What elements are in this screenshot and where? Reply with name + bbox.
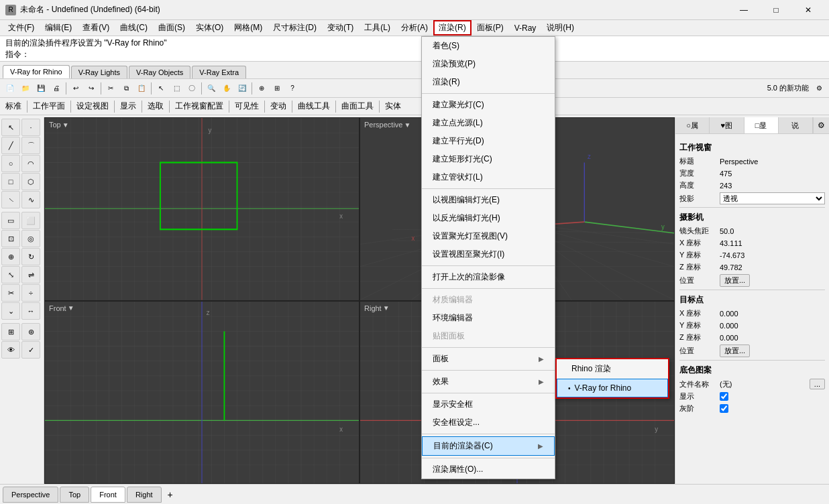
lt-split[interactable]: ÷: [21, 284, 40, 302]
dropdown-item-------D-[interactable]: 建立平行光(D): [422, 132, 555, 150]
viewport-right-dropdown[interactable]: ▼: [383, 304, 390, 312]
dropdown-item------P-[interactable]: 渲染预览(P): [422, 55, 555, 73]
submenu-renderer-item-v-ray-for-rhino[interactable]: •V-Ray for Rhino: [557, 379, 668, 397]
rotate-btn[interactable]: 🔄: [235, 82, 250, 95]
menu-item-curve[interactable]: 曲线(C): [115, 20, 153, 36]
dropdown-item------O----[interactable]: 渲染属性(O)...: [422, 460, 555, 479]
bottom-tab-right[interactable]: Right: [127, 487, 162, 503]
plugin-tab-v-ray-for-rhino[interactable]: V-Ray for Rhino: [3, 65, 70, 78]
minimize-button[interactable]: —: [728, 0, 759, 20]
plugin-tab-v-ray-objects[interactable]: V-Ray Objects: [129, 66, 190, 78]
close-button[interactable]: ✕: [793, 0, 824, 20]
cut-btn[interactable]: ✂: [103, 82, 118, 95]
maximize-button[interactable]: □: [761, 0, 791, 20]
dropdown-item------[interactable]: 显示安全框: [422, 395, 555, 414]
menu-item-mesh[interactable]: 网格(M): [229, 20, 268, 36]
save-btn[interactable]: 💾: [34, 82, 48, 95]
dropdown-item---------H-[interactable]: 以反光编辑灯光(H): [422, 209, 555, 227]
rp-tab-display[interactable]: □显: [744, 117, 779, 133]
viewport-perspective-dropdown[interactable]: ▼: [404, 121, 410, 129]
dropdown-item-------L-[interactable]: 建立点光源(L): [422, 114, 555, 132]
rp-tab-properties[interactable]: ○属: [675, 117, 710, 133]
rp-settings-icon[interactable]: ⚙: [813, 117, 829, 133]
rp-tab-help[interactable]: 说: [779, 117, 813, 133]
menu-item-surface[interactable]: 曲面(S): [153, 20, 190, 36]
dropdown-item-------C-[interactable]: 建立聚光灯(C): [422, 96, 555, 114]
lt-scale[interactable]: ⤡: [1, 266, 20, 284]
lt-polygon[interactable]: ⬡: [21, 173, 40, 190]
rp-select-projection[interactable]: 透视 平行: [720, 192, 825, 204]
menu-item-vray[interactable]: V-Ray: [509, 20, 542, 36]
viewport-top[interactable]: Top ▼: [44, 117, 360, 301]
lt-arc[interactable]: ◠: [21, 155, 40, 172]
lt-point[interactable]: ·: [21, 119, 40, 136]
lt-mirror[interactable]: ⇌: [21, 266, 40, 284]
dropdown-item---[interactable]: 效果▶: [422, 373, 555, 391]
plugin-tab-v-ray-extra[interactable]: V-Ray Extra: [192, 66, 246, 78]
lt-eye[interactable]: 👁: [1, 341, 20, 359]
rp-btn-cam-place[interactable]: 放置...: [720, 274, 750, 287]
window-sel-btn[interactable]: ⬚: [169, 82, 184, 95]
menu-item-panels[interactable]: 面板(P): [472, 20, 509, 36]
lt-revolve[interactable]: ◎: [21, 230, 40, 247]
copy-btn[interactable]: ⧉: [119, 82, 133, 95]
rp-tab-layer[interactable]: ♥图: [710, 117, 744, 133]
dropdown-item----------V-[interactable]: 设置聚光灯至视图(V): [422, 227, 555, 245]
menu-item-help[interactable]: 说明(H): [541, 20, 579, 36]
dropdown-item----------[interactable]: 打开上次的渲染影像: [422, 268, 555, 286]
lt-select[interactable]: ↖: [1, 119, 20, 136]
menu-item-view[interactable]: 查看(V): [77, 20, 115, 36]
lt-rotate[interactable]: ↻: [21, 248, 40, 265]
dropdown-item--------C-[interactable]: 建立矩形灯光(C): [422, 150, 555, 168]
lt-grid[interactable]: ⊞: [1, 323, 20, 340]
viewport-front[interactable]: Front ▼: [44, 301, 360, 485]
lt-extend[interactable]: ↔: [21, 302, 40, 320]
submenu-renderer-item-rhino-渲染[interactable]: Rhino 渲染: [557, 359, 668, 379]
new-btn[interactable]: 📄: [3, 82, 17, 95]
help-icon-btn[interactable]: ?: [285, 82, 300, 95]
bottom-tab-front[interactable]: Front: [91, 487, 125, 503]
lt-rect[interactable]: □: [1, 173, 20, 190]
snap-btn[interactable]: ⊕: [254, 82, 269, 95]
menu-item-dim[interactable]: 尺寸标注(D): [268, 20, 322, 36]
lt-nurbs[interactable]: ⬜: [21, 212, 40, 229]
lt-surface[interactable]: ▭: [1, 212, 20, 229]
plugin-tab-v-ray-lights[interactable]: V-Ray Lights: [71, 66, 127, 78]
menu-item-edit[interactable]: 编辑(E): [40, 20, 77, 36]
dropdown-item---------[interactable]: 安全框设定...: [422, 414, 555, 432]
redo-btn[interactable]: ↪: [84, 82, 99, 95]
zoom-btn[interactable]: 🔍: [204, 82, 219, 95]
dropdown-item----R-[interactable]: 渲染(R): [422, 73, 555, 91]
rp-btn-bg-browse[interactable]: ...: [810, 379, 825, 389]
gumball-btn[interactable]: ⊞: [270, 82, 284, 95]
lt-extrude[interactable]: ⊡: [1, 230, 20, 247]
lt-move[interactable]: ⊕: [1, 248, 20, 265]
lt-polyline[interactable]: ╱: [1, 137, 20, 154]
viewport-top-dropdown[interactable]: ▼: [62, 121, 69, 129]
lt-line[interactable]: ⟍: [1, 191, 20, 208]
dropdown-item--------C-[interactable]: 目前的渲染器(C)▶: [422, 436, 555, 456]
menu-item-tools[interactable]: 工具(L): [359, 20, 396, 36]
undo-btn[interactable]: ↩: [68, 82, 83, 95]
dropdown-item---------E-[interactable]: 以视图编辑灯光(E): [422, 191, 555, 209]
print-btn[interactable]: 🖨: [49, 82, 64, 95]
dropdown-item------[interactable]: 环境编辑器: [422, 309, 555, 327]
dropdown-item----------I-[interactable]: 设置视图至聚光灯(I): [422, 245, 555, 263]
lt-join[interactable]: ⌄: [1, 302, 20, 320]
menu-item-file[interactable]: 文件(F): [3, 20, 40, 36]
menu-item-analyze[interactable]: 分析(A): [396, 20, 433, 36]
dropdown-item-------L-[interactable]: 建立管状灯(L): [422, 168, 555, 186]
lt-curve[interactable]: ⌒: [21, 137, 40, 154]
settings-gear-icon[interactable]: ⚙: [812, 82, 826, 95]
bottom-tab-perspective[interactable]: Perspective: [3, 487, 58, 503]
menu-item-render[interactable]: 渲染(R): [433, 20, 472, 36]
lt-trim[interactable]: ✂: [1, 284, 20, 302]
pan-btn[interactable]: ✋: [219, 82, 234, 95]
lt-check[interactable]: ✓: [21, 341, 40, 359]
dropdown-item----S-[interactable]: 着色(S): [422, 37, 555, 55]
rp-cb-bg-show[interactable]: [720, 392, 728, 401]
viewport-front-dropdown[interactable]: ▼: [68, 304, 74, 312]
lt-snap[interactable]: ⊛: [21, 323, 40, 340]
paste-btn[interactable]: 📋: [134, 82, 149, 95]
menu-item-solid[interactable]: 实体(O): [190, 20, 229, 36]
